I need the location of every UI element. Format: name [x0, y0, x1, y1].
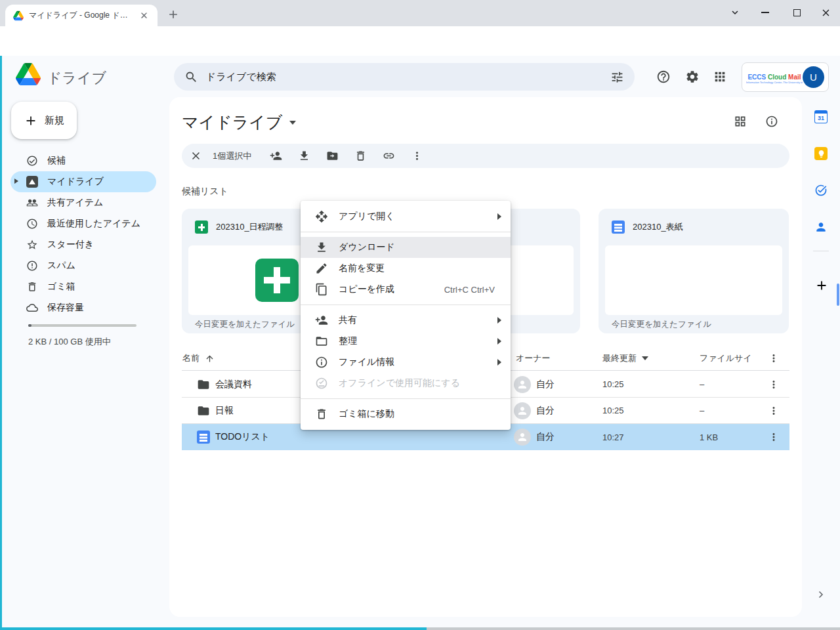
capture-border-left	[0, 56, 2, 630]
menu-item-organize[interactable]: 整理	[301, 331, 511, 352]
sheets-icon	[195, 220, 208, 234]
settings-gear-icon[interactable]	[685, 70, 700, 84]
tasks-icon[interactable]	[814, 184, 828, 197]
capture-border-bottom	[0, 627, 427, 630]
clear-selection-icon[interactable]	[190, 150, 202, 162]
person-icon	[516, 379, 528, 390]
menu-item-offline: オフラインで使用可能にする	[301, 373, 511, 394]
sidebar-item-storage[interactable]: 保存容量	[10, 297, 156, 318]
sort-ascending-icon	[205, 354, 215, 364]
row-menu-icon[interactable]	[768, 431, 780, 443]
sidebar-item-my-drive[interactable]: マイドライブ	[10, 171, 156, 192]
keep-icon[interactable]	[814, 147, 828, 160]
search-options-icon[interactable]	[610, 70, 624, 84]
column-header-menu-icon[interactable]	[768, 346, 780, 370]
drive-avatar[interactable]: U	[803, 66, 824, 88]
file-card-reason: 今日変更を加えたファイル	[195, 315, 295, 333]
search-icon[interactable]	[184, 70, 198, 84]
search-bar[interactable]: ドライブで検索	[174, 63, 635, 91]
chevron-down-icon	[289, 121, 296, 125]
help-icon[interactable]	[656, 70, 671, 84]
calendar-icon[interactable]: 31	[814, 110, 828, 123]
new-button[interactable]: 新規	[11, 102, 77, 139]
submenu-arrow-icon	[497, 213, 501, 220]
column-header-modified[interactable]: 最終更新	[602, 346, 648, 370]
trash-icon[interactable]	[354, 150, 367, 162]
row-menu-icon[interactable]	[768, 405, 780, 417]
star-icon	[26, 239, 38, 251]
trash-icon	[315, 408, 328, 421]
sidebar-item-spam[interactable]: スパム	[10, 255, 156, 276]
menu-item-make-copy[interactable]: コピーを作成 Ctrl+C Ctrl+V	[301, 279, 511, 300]
sidebar-item-shared[interactable]: 共有アイテム	[10, 192, 156, 213]
submenu-arrow-icon	[497, 359, 501, 366]
file-card-title: 202310_日程調整	[216, 221, 284, 233]
menu-item-move-to-trash[interactable]: ゴミ箱に移動	[301, 404, 511, 425]
account-card[interactable]: ECCS Cloud Mail Information Technology C…	[742, 62, 829, 92]
context-menu: アプリで開く ダウンロード 名前を変更 コピーを作成 Ctrl+C Ctrl+V…	[301, 201, 511, 430]
plus-icon	[24, 114, 38, 128]
add-panel-app-icon[interactable]	[814, 278, 829, 293]
folder-icon	[197, 378, 210, 391]
menu-item-download[interactable]: ダウンロード	[301, 237, 511, 258]
menu-divider	[301, 398, 511, 399]
expand-arrow-icon[interactable]	[14, 178, 18, 184]
folder-open-icon	[315, 335, 328, 348]
scrollbar-thumb[interactable]	[837, 284, 839, 306]
page-title[interactable]: マイドライブ	[182, 112, 296, 133]
contacts-icon[interactable]	[814, 220, 828, 234]
share-person-add-icon[interactable]	[270, 150, 282, 162]
share-person-add-icon	[315, 314, 328, 327]
new-button-label: 新規	[45, 114, 64, 127]
browser-tab[interactable]: マイドライブ - Google ドライブ	[5, 5, 158, 26]
sidebar-item-recent[interactable]: 最近使用したアイテム	[10, 213, 156, 234]
column-header-owner[interactable]: オーナー	[516, 346, 551, 370]
browser-toolbar: drive.google.com/drive/my-drive U	[0, 26, 840, 56]
docs-icon	[612, 220, 625, 234]
menu-item-open-with[interactable]: アプリで開く	[301, 206, 511, 227]
selection-toolbar: 1個選択中	[182, 144, 789, 168]
selection-count: 1個選択中	[213, 150, 251, 162]
more-actions-icon[interactable]	[411, 150, 423, 162]
offline-pin-icon	[315, 377, 328, 390]
file-card-cover[interactable]: 202310_表紙 今日変更を加えたファイル	[598, 209, 789, 333]
sidebar-item-label: 共有アイテム	[47, 197, 103, 209]
check-circle-icon	[26, 155, 38, 167]
sidebar-item-label: スパム	[47, 260, 75, 272]
apps-grid-icon[interactable]	[713, 70, 727, 84]
sidebar-item-starred[interactable]: スター付き	[10, 234, 156, 255]
file-name: 日報	[215, 405, 234, 417]
sidebar-item-trash[interactable]: ゴミ箱	[10, 276, 156, 297]
file-name: 会議資料	[215, 379, 252, 390]
file-card-reason: 今日変更を加えたファイル	[612, 315, 711, 333]
file-size: –	[700, 406, 704, 415]
window-minimize-button[interactable]	[758, 5, 772, 20]
details-info-icon[interactable]	[765, 115, 778, 128]
download-icon[interactable]	[298, 150, 310, 162]
move-to-folder-icon[interactable]	[326, 150, 339, 162]
window-close-button[interactable]	[818, 5, 833, 20]
menu-item-file-info[interactable]: ファイル情報	[301, 352, 511, 373]
window-maximize-button[interactable]	[789, 5, 804, 20]
search-input[interactable]: ドライブで検索	[206, 71, 602, 83]
menu-item-rename[interactable]: 名前を変更	[301, 258, 511, 279]
owner-avatar	[514, 402, 531, 419]
storage-progress-bar	[28, 324, 136, 327]
sort-descending-icon	[642, 356, 648, 360]
row-menu-icon[interactable]	[768, 379, 780, 390]
people-icon	[26, 197, 38, 209]
account-logo-word: Mail	[788, 74, 801, 81]
new-tab-icon[interactable]	[167, 8, 180, 21]
sidebar-item-label: 保存容量	[47, 302, 84, 314]
grid-view-icon[interactable]	[734, 115, 747, 128]
tab-search-icon[interactable]	[728, 5, 742, 20]
file-size: –	[700, 379, 704, 389]
expand-panel-chevron-icon[interactable]	[814, 589, 826, 600]
column-header-name[interactable]: 名前	[182, 346, 215, 370]
column-header-size[interactable]: ファイルサイ	[700, 346, 752, 370]
file-name: TODOリスト	[215, 431, 270, 443]
copy-link-icon[interactable]	[383, 150, 395, 162]
sidebar-item-suggested[interactable]: 候補	[10, 150, 156, 171]
tab-close-icon[interactable]	[139, 10, 149, 20]
menu-item-share[interactable]: 共有	[301, 310, 511, 331]
